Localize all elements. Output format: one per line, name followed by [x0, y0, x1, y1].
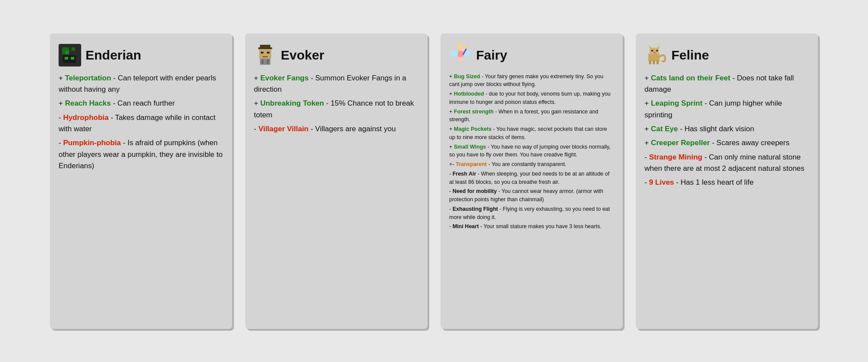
feline-title: Feline: [671, 48, 709, 63]
svg-rect-13: [261, 52, 263, 53]
ability-name: Hotblooded: [454, 91, 484, 97]
ability-forest-strength: + Forest strength - When in a forest, yo…: [449, 108, 614, 124]
fairy-title: Fairy: [476, 48, 507, 63]
ability-small-wings: + Small Wings - You have no way of jumpi…: [449, 143, 614, 159]
svg-rect-6: [72, 47, 75, 51]
svg-rect-15: [263, 56, 268, 57]
ability-name-bold: Mini Heart: [453, 223, 479, 229]
svg-rect-1: [62, 47, 66, 51]
card-header-feline: Feline: [644, 44, 809, 66]
svg-rect-22: [458, 46, 463, 51]
svg-rect-17: [262, 60, 263, 64]
ability-name: Small Wings: [454, 144, 486, 150]
svg-rect-5: [69, 49, 72, 52]
svg-rect-33: [651, 50, 653, 51]
ability-creeper-repeller: + Creeper Repeller - Scares away creeper…: [644, 137, 809, 149]
svg-rect-23: [459, 44, 460, 46]
evoker-icon: [254, 44, 276, 66]
svg-rect-29: [648, 53, 660, 61]
card-header-fairy: Fairy: [449, 44, 614, 66]
svg-rect-3: [62, 51, 66, 54]
svg-rect-26: [461, 57, 463, 61]
feline-body: + Cats land on their Feet - Does not tak…: [644, 73, 809, 189]
evoker-body: + Evoker Fangs - Summon Evoker Fangs in …: [254, 73, 419, 135]
svg-rect-36: [649, 60, 651, 64]
ability-evoker-fangs: + Evoker Fangs - Summon Evoker Fangs in …: [254, 73, 419, 96]
svg-rect-37: [653, 60, 655, 64]
ability-hotblooded: + Hotblooded - due to your hot body, ven…: [449, 90, 614, 106]
svg-rect-8: [65, 57, 68, 60]
svg-rect-25: [459, 57, 460, 61]
ability-name: Forest strength: [454, 109, 494, 115]
enderian-title: Enderian: [85, 48, 141, 63]
ability-exhausting-flight: - Exhausting Flight - Flying is very exh…: [449, 205, 614, 222]
svg-rect-21: [458, 50, 463, 57]
ability-transparent: +- Transparent - You are constantly tran…: [449, 160, 614, 169]
ability-villager-villain: - Villager Villain - Villagers are again…: [254, 123, 419, 135]
ability-pumpkin-phobia: - Pumpkin-phobia - Is afraid of pumpkins…: [59, 137, 224, 172]
enderian-icon: [59, 44, 81, 66]
ability-reach-hacks: + Reach Hacks - Can reach further: [59, 98, 224, 109]
ability-name: Reach Hacks: [65, 99, 111, 107]
evoker-title: Evoker: [281, 48, 324, 63]
ability-bug-sized: + Bug Sized - Your fairy genes make you …: [449, 73, 614, 89]
ability-leaping-sprint: + Leaping Sprint - Can jump higher while…: [644, 98, 809, 121]
ability-name: Transparent: [456, 161, 487, 167]
card-header-evoker: Evoker: [254, 44, 419, 66]
ability-9-lives: - 9 Lives - Has 1 less heart of life: [644, 177, 809, 188]
ability-name-bold: Exhausting Flight: [453, 206, 498, 212]
ability-name: Cats land on their Feet: [651, 74, 730, 82]
svg-rect-10: [260, 45, 270, 47]
ability-name: Hydrophobia: [63, 113, 108, 122]
svg-marker-28: [466, 46, 468, 48]
ability-name: Unbreaking Token: [260, 99, 324, 107]
ability-teleportation: + Teleportation - Can teleport with ende…: [59, 73, 224, 96]
ability-mini-heart: - Mini Heart - Your small stature makes …: [449, 223, 614, 231]
svg-rect-16: [260, 59, 270, 65]
ability-name: Teleportation: [65, 74, 111, 82]
svg-rect-38: [657, 60, 659, 64]
svg-rect-4: [66, 51, 69, 54]
svg-rect-34: [656, 50, 658, 51]
ability-fresh-air: - Fresh Air - When sleeping, your bed ne…: [449, 170, 614, 186]
ability-name: Bug Sized: [454, 73, 480, 80]
ability-name: Pumpkin-phobia: [63, 139, 121, 147]
enderian-body: + Teleportation - Can teleport with ende…: [59, 73, 224, 172]
ability-cats-land-feet: + Cats land on their Feet - Does not tak…: [644, 73, 809, 96]
ability-name-bold: Fresh Air: [453, 171, 476, 177]
ability-name: Leaping Sprint: [651, 99, 703, 107]
ability-name: Creeper Repeller: [651, 139, 710, 147]
ability-name: 9 Lives: [649, 178, 674, 186]
svg-rect-11: [258, 47, 272, 49]
svg-rect-9: [71, 57, 74, 60]
svg-rect-35: [654, 52, 656, 53]
card-enderian: Enderian + Teleportation - Can teleport …: [50, 33, 232, 329]
ability-unbreaking-token: + Unbreaking Token - 15% Chance not to b…: [254, 98, 419, 121]
ability-name: Cat Eye: [651, 125, 678, 133]
card-header-enderian: Enderian: [59, 44, 224, 66]
ability-cat-eye: + Cat Eye - Has slight dark vision: [644, 123, 809, 135]
ability-name: Magic Pockets: [454, 126, 492, 132]
svg-rect-24: [461, 44, 462, 46]
cards-container: Enderian + Teleportation - Can teleport …: [17, 33, 851, 329]
svg-point-19: [450, 50, 459, 56]
ability-name: Strange Mining: [649, 153, 702, 161]
ability-name: Villager Villain: [258, 125, 309, 133]
svg-rect-14: [267, 52, 270, 53]
ability-name-bold: Need for mobility: [453, 188, 497, 194]
ability-hydrophobia: - Hydrophobia - Takes damage while in co…: [59, 112, 224, 135]
feline-icon: [644, 44, 667, 66]
fairy-body: + Bug Sized - Your fairy genes make you …: [449, 73, 614, 231]
ability-need-for-mobility: - Need for mobility - You cannot wear he…: [449, 187, 614, 204]
svg-rect-2: [66, 47, 69, 51]
svg-rect-18: [267, 60, 269, 64]
fairy-icon: [449, 44, 472, 66]
card-evoker: Evoker + Evoker Fangs - Summon Evoker Fa…: [245, 33, 427, 329]
card-fairy: Fairy + Bug Sized - Your fairy genes mak…: [441, 33, 623, 329]
ability-magic-pockets: + Magic Pockets - You have magic, secret…: [449, 125, 614, 142]
ability-strange-mining: - Strange Mining - Can only mine natural…: [644, 152, 809, 175]
card-feline: Feline + Cats land on their Feet - Does …: [636, 33, 818, 329]
ability-name: Evoker Fangs: [260, 74, 309, 82]
